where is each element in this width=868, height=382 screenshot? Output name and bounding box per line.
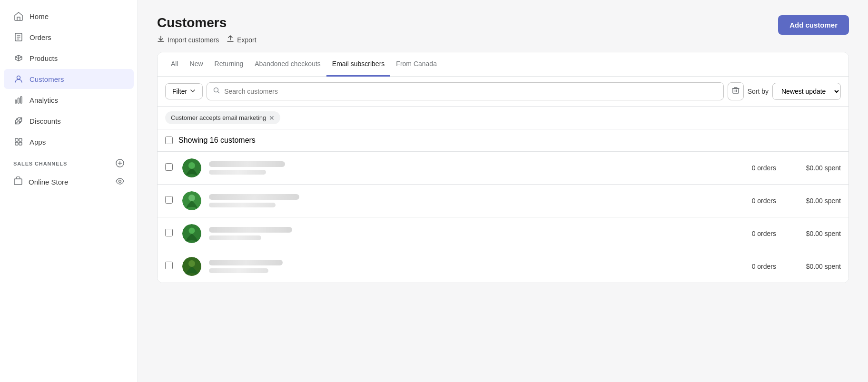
- customer-spent: $0.00 spent: [784, 263, 841, 270]
- tab-new[interactable]: New: [184, 52, 209, 77]
- search-input[interactable]: [224, 88, 718, 95]
- sidebar-item-online-store[interactable]: Online Store: [4, 172, 134, 192]
- customer-name-blur: [209, 227, 292, 233]
- remove-filter-icon[interactable]: ✕: [269, 115, 275, 121]
- avatar: [182, 224, 201, 243]
- search-icon: [213, 87, 220, 96]
- sort-by-label: Sort by: [748, 88, 769, 95]
- sidebar-item-apps[interactable]: Apps: [4, 132, 134, 152]
- tab-from-canada[interactable]: From Canada: [390, 52, 443, 77]
- sidebar-item-discounts[interactable]: Discounts: [4, 111, 134, 131]
- svg-rect-9: [15, 142, 18, 145]
- svg-rect-4: [20, 97, 22, 103]
- export-label: Export: [237, 36, 256, 44]
- customer-info: [209, 194, 721, 207]
- active-filter-tag[interactable]: Customer accepts email marketing ✕: [165, 111, 280, 124]
- customer-sub-blur: [209, 203, 276, 207]
- row-checkbox[interactable]: [165, 163, 173, 171]
- sidebar-label-discounts: Discounts: [30, 117, 61, 125]
- customer-orders: 0 orders: [729, 230, 776, 237]
- table-row[interactable]: 0 orders $0.00 spent: [158, 217, 848, 250]
- online-store-icon: [13, 176, 23, 187]
- row-checkbox[interactable]: [165, 229, 173, 236]
- svg-point-1: [17, 76, 20, 79]
- sidebar-item-orders[interactable]: Orders: [4, 27, 134, 47]
- customer-sub-blur: [209, 235, 261, 240]
- table-row[interactable]: 0 orders $0.00 spent: [158, 152, 848, 185]
- row-checkbox[interactable]: [165, 262, 173, 269]
- filter-button[interactable]: Filter: [165, 83, 203, 99]
- customer-spent: $0.00 spent: [784, 164, 841, 172]
- import-customers-label: Import customers: [168, 36, 219, 44]
- avatar: [182, 257, 201, 276]
- delete-icon: [732, 87, 740, 96]
- svg-rect-3: [18, 98, 20, 103]
- sidebar-item-customers[interactable]: Customers: [4, 69, 134, 89]
- products-icon: [13, 53, 24, 63]
- avatar: [182, 191, 201, 210]
- customers-card: All New Returning Abandoned checkouts Em…: [157, 52, 849, 283]
- sidebar-label-customers: Customers: [30, 75, 64, 83]
- discounts-icon: [13, 116, 24, 126]
- select-all-checkbox[interactable]: [165, 137, 173, 144]
- filter-bar: Filter Sort by Newest update Oldest upda: [158, 77, 848, 107]
- showing-count: Showing 16 customers: [178, 136, 256, 145]
- sidebar-item-home[interactable]: Home: [4, 6, 134, 26]
- delete-filter-button[interactable]: [728, 82, 744, 100]
- svg-rect-12: [14, 179, 22, 185]
- row-checkbox[interactable]: [165, 196, 173, 204]
- sidebar-label-orders: Orders: [30, 33, 51, 41]
- customer-info: [209, 227, 721, 240]
- sidebar-item-products[interactable]: Products: [4, 48, 134, 68]
- tab-email-subscribers[interactable]: Email subscribers: [326, 52, 390, 77]
- tab-abandoned[interactable]: Abandoned checkouts: [249, 52, 326, 77]
- customer-spent: $0.00 spent: [784, 197, 841, 205]
- customer-list: 0 orders $0.00 spent 0 orders $0.00 spen…: [158, 152, 848, 283]
- table-row[interactable]: 0 orders $0.00 spent: [158, 250, 848, 283]
- sidebar-item-analytics[interactable]: Analytics: [4, 90, 134, 110]
- add-sales-channel-icon[interactable]: [116, 159, 124, 168]
- export-link[interactable]: Export: [227, 35, 256, 44]
- main-content: Customers Import customers Export Add cu…: [138, 0, 868, 382]
- sidebar-label-products: Products: [30, 54, 58, 62]
- import-icon: [157, 35, 165, 44]
- customer-orders: 0 orders: [729, 263, 776, 270]
- customer-sub-blur: [209, 268, 268, 273]
- sidebar-label-apps: Apps: [30, 138, 46, 146]
- avatar: [182, 158, 201, 177]
- tab-returning[interactable]: Returning: [209, 52, 249, 77]
- svg-point-21: [189, 228, 195, 234]
- search-wrapper: [207, 82, 724, 100]
- customer-name-blur: [209, 260, 283, 265]
- home-icon: [13, 11, 24, 21]
- import-customers-link[interactable]: Import customers: [157, 35, 219, 44]
- tab-all[interactable]: All: [165, 52, 184, 77]
- customer-name-blur: [209, 194, 299, 200]
- add-customer-button[interactable]: Add customer: [778, 15, 849, 35]
- svg-point-13: [119, 180, 121, 183]
- sort-select[interactable]: Newest update Oldest update Name A–Z Nam…: [772, 83, 841, 100]
- page-header: Customers Import customers Export Add cu…: [157, 15, 849, 44]
- sales-channels-section: SALES CHANNELS: [0, 152, 138, 171]
- table-row[interactable]: 0 orders $0.00 spent: [158, 185, 848, 217]
- customer-tabs: All New Returning Abandoned checkouts Em…: [158, 52, 848, 77]
- svg-rect-7: [15, 138, 18, 141]
- sidebar-label-home: Home: [30, 12, 49, 20]
- table-showing: Showing 16 customers: [158, 129, 848, 152]
- filter-chevron-icon: [190, 88, 196, 95]
- svg-point-19: [188, 195, 195, 201]
- svg-point-23: [188, 260, 195, 267]
- analytics-icon: [13, 95, 24, 105]
- apps-icon: [13, 137, 24, 147]
- online-store-eye-icon[interactable]: [116, 177, 124, 187]
- svg-rect-2: [15, 100, 17, 103]
- customer-name-blur: [209, 161, 285, 167]
- customer-sub-blur: [209, 170, 266, 175]
- filter-tags: Customer accepts email marketing ✕: [158, 107, 848, 129]
- filter-tag-label: Customer accepts email marketing: [171, 114, 266, 121]
- customers-icon: [13, 74, 24, 84]
- export-icon: [227, 35, 234, 44]
- customer-spent: $0.00 spent: [784, 230, 841, 237]
- svg-rect-8: [19, 138, 22, 141]
- orders-icon: [13, 32, 24, 42]
